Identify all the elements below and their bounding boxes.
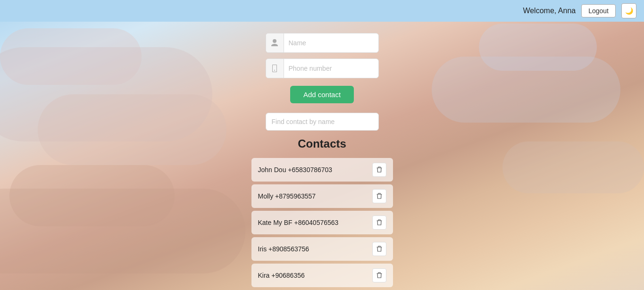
contacts-list: John Dou +65830786703Molly +8795963557Ka… <box>251 158 393 290</box>
contact-item: John Dou +65830786703 <box>251 158 393 182</box>
name-form-group <box>266 33 379 53</box>
delete-contact-button[interactable] <box>372 163 386 177</box>
header: Welcome, Anna Logout 🌙 <box>0 0 644 22</box>
name-input[interactable] <box>284 33 378 52</box>
add-contact-button[interactable]: Add contact <box>290 86 354 103</box>
delete-contact-button[interactable] <box>372 215 386 230</box>
contact-info: Iris +8908563756 <box>258 245 309 253</box>
delete-contact-button[interactable] <box>372 189 386 203</box>
logout-button[interactable]: Logout <box>581 4 616 17</box>
person-icon <box>266 33 284 52</box>
contact-item: Kira +90686356 <box>251 264 393 287</box>
contact-info: Molly +8795963557 <box>258 192 316 200</box>
contact-item: Iris +8908563756 <box>251 237 393 261</box>
contact-info: Kate My BF +86040576563 <box>258 219 339 226</box>
contact-info: Kira +90686356 <box>258 272 305 279</box>
contacts-title: Contacts <box>298 137 346 150</box>
welcome-text: Welcome, Anna <box>523 7 576 15</box>
contact-item: Molly +8795963557 <box>251 184 393 208</box>
delete-contact-button[interactable] <box>372 242 386 256</box>
moon-icon: 🌙 <box>625 7 633 15</box>
phone-icon <box>266 59 284 78</box>
phone-input[interactable] <box>284 59 378 78</box>
main-content: Add contact Contacts John Dou +658307867… <box>0 22 644 290</box>
contact-info: John Dou +65830786703 <box>258 166 333 174</box>
theme-toggle-button[interactable]: 🌙 <box>621 3 636 18</box>
delete-contact-button[interactable] <box>372 268 386 282</box>
search-input[interactable] <box>266 113 379 131</box>
contact-item: Kate My BF +86040576563 <box>251 211 393 234</box>
phone-form-group <box>266 58 379 78</box>
